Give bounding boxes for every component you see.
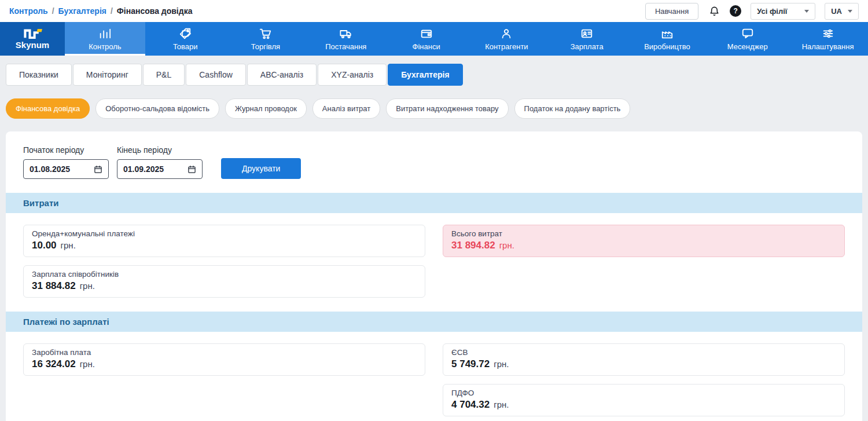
nav-item-label: Контроль xyxy=(89,42,121,51)
topbar: Контроль / Бухгалтерія / Фінансова довід… xyxy=(0,0,868,22)
period-end-input[interactable]: 01.09.2025 xyxy=(117,159,203,179)
stat-value-line: 4 704.32 грн. xyxy=(451,399,836,411)
stat-label: Заробітна плата xyxy=(32,348,417,357)
stat-value: 31 884.82 xyxy=(32,280,76,292)
period-end-value: 01.09.2025 xyxy=(123,164,164,174)
stat-label: Зарплата співробітників xyxy=(32,270,417,279)
sub-tabs: Показники Моніторинг P&L Cashflow ABC-ан… xyxy=(6,64,862,86)
stat-value-line: 31 894.82 грн. xyxy=(451,240,836,251)
language-select-value: UA xyxy=(831,7,842,16)
salary-right-column: ЄСВ 5 749.72 грн. ПДФО 4 704.32 грн. xyxy=(443,343,845,416)
bell-icon[interactable] xyxy=(708,5,720,17)
breadcrumb-separator: / xyxy=(52,6,54,16)
period-start-input[interactable]: 01.08.2025 xyxy=(23,159,109,179)
pill-trial-balance[interactable]: Оборотно-сальдова відомість xyxy=(95,98,219,119)
breadcrumb-link-control[interactable]: Контроль xyxy=(9,6,48,16)
nav-item-label: Постачання xyxy=(325,42,366,51)
stat-currency: грн. xyxy=(494,400,509,409)
tab-indicators[interactable]: Показники xyxy=(6,64,72,86)
stat-value: 4 704.32 xyxy=(451,399,490,411)
stat-label: Всього витрат xyxy=(451,229,836,238)
branch-select[interactable]: Усі філії xyxy=(751,3,815,20)
tab-abc-analysis[interactable]: ABC-аналіз xyxy=(247,64,317,86)
stat-value: 5 749.72 xyxy=(451,358,490,370)
salary-left-column: Заробітна плата 16 324.02 грн. xyxy=(23,343,425,416)
brand-logo[interactable]: Skynum xyxy=(0,22,65,56)
print-button[interactable]: Друкувати xyxy=(221,158,301,179)
period-filter-row: Початок періоду 01.08.2025 Кінець період… xyxy=(6,145,862,179)
nav-item-messenger[interactable]: Месенджер xyxy=(707,22,788,56)
tab-pnl[interactable]: P&L xyxy=(143,64,185,86)
tab-accounting[interactable]: Бухгалтерія xyxy=(388,64,462,86)
nav-item-goods[interactable]: Товари xyxy=(145,22,226,56)
stat-value: 31 894.82 xyxy=(451,240,495,251)
content-card: Початок періоду 01.08.2025 Кінець період… xyxy=(6,131,862,421)
chart-icon xyxy=(98,27,111,40)
stat-value-line: 16 324.02 грн. xyxy=(32,358,417,370)
tab-cashflow[interactable]: Cashflow xyxy=(186,64,246,86)
nav-item-label: Зарплата xyxy=(571,42,604,51)
stat-currency: грн. xyxy=(494,359,509,369)
tab-monitoring[interactable]: Моніторинг xyxy=(73,64,142,86)
nav-item-partners[interactable]: Контрагенти xyxy=(466,22,547,56)
training-button[interactable]: Навчання xyxy=(645,3,698,20)
period-start-label: Початок періоду xyxy=(23,145,109,155)
breadcrumb-link-accounting[interactable]: Бухгалтерія xyxy=(58,6,106,16)
period-end-label: Кінець періоду xyxy=(117,145,203,155)
nav-item-label: Фінанси xyxy=(413,42,440,51)
pill-goods-receipt-expenses[interactable]: Витрати надходження товару xyxy=(386,98,508,119)
pill-expense-analysis[interactable]: Аналіз витрат xyxy=(312,98,380,119)
nav-item-settings[interactable]: Налаштування xyxy=(788,22,868,56)
section-title-salary-payments: Платежі по зарплаті xyxy=(6,312,862,332)
goods-icon xyxy=(179,27,192,40)
trade-icon xyxy=(259,27,272,40)
nav-item-production[interactable]: Виробництво xyxy=(627,22,708,56)
nav-item-label: Налаштування xyxy=(802,42,854,51)
stat-value: 16 324.02 xyxy=(32,358,76,370)
messenger-icon xyxy=(741,27,754,40)
stat-currency: грн. xyxy=(80,359,95,369)
expenses-right-column: Всього витрат 31 894.82 грн. xyxy=(443,225,845,298)
period-start-field: Початок періоду 01.08.2025 xyxy=(23,145,109,179)
stat-label: Оренда+комунальні платежі xyxy=(32,229,417,238)
skynum-logo-icon xyxy=(21,28,43,39)
nav-items: Контроль Товари Торгівля Постачання xyxy=(65,22,868,56)
help-icon[interactable]: ? xyxy=(730,5,741,17)
stat-box-esv: ЄСВ 5 749.72 грн. xyxy=(443,343,845,376)
main-nav: Skynum Контроль Товари Торгівля xyxy=(0,22,868,56)
stat-box-wage: Заробітна плата 16 324.02 грн. xyxy=(23,343,425,376)
section-title-expenses: Витрати xyxy=(6,193,862,213)
salary-payments-grid: Заробітна плата 16 324.02 грн. ЄСВ 5 749… xyxy=(6,332,862,416)
stat-value: 10.00 xyxy=(32,240,57,251)
nav-item-supply[interactable]: Постачання xyxy=(306,22,386,56)
pill-vat[interactable]: Податок на додану вартість xyxy=(514,98,631,119)
nav-item-trade[interactable]: Торгівля xyxy=(226,22,306,56)
settings-icon xyxy=(822,27,834,40)
stat-box-rent-utilities: Оренда+комунальні платежі 10.00 грн. xyxy=(23,225,425,257)
stat-currency: грн. xyxy=(499,240,514,250)
tab-xyz-analysis[interactable]: XYZ-аналіз xyxy=(318,64,387,86)
breadcrumb-current: Фінансова довідка xyxy=(117,6,193,16)
branch-select-value: Усі філії xyxy=(757,7,787,16)
salary-icon xyxy=(580,27,593,40)
pill-financial-reference[interactable]: Фінансова довідка xyxy=(6,98,90,119)
language-select[interactable]: UA xyxy=(825,3,859,20)
stat-label: ЄСВ xyxy=(451,348,836,357)
pill-journal-entries[interactable]: Журнал проводок xyxy=(225,98,307,119)
stat-currency: грн. xyxy=(80,281,95,291)
calendar-icon xyxy=(187,165,196,174)
nav-item-label: Месенджер xyxy=(727,42,768,51)
nav-item-finance[interactable]: Фінанси xyxy=(386,22,466,56)
stat-box-total-expenses: Всього витрат 31 894.82 грн. xyxy=(443,225,845,257)
production-icon xyxy=(661,27,674,40)
supply-icon xyxy=(340,27,352,40)
nav-item-salary[interactable]: Зарплата xyxy=(547,22,627,56)
brand-name: Skynum xyxy=(16,40,49,50)
nav-item-label: Товари xyxy=(173,42,198,51)
nav-item-label: Контрагенти xyxy=(485,42,528,51)
chevron-down-icon xyxy=(804,10,809,13)
calendar-icon xyxy=(94,165,102,174)
expenses-grid: Оренда+комунальні платежі 10.00 грн. Зар… xyxy=(6,213,862,298)
stat-value-line: 31 884.82 грн. xyxy=(32,280,417,292)
nav-item-control[interactable]: Контроль xyxy=(65,22,145,56)
